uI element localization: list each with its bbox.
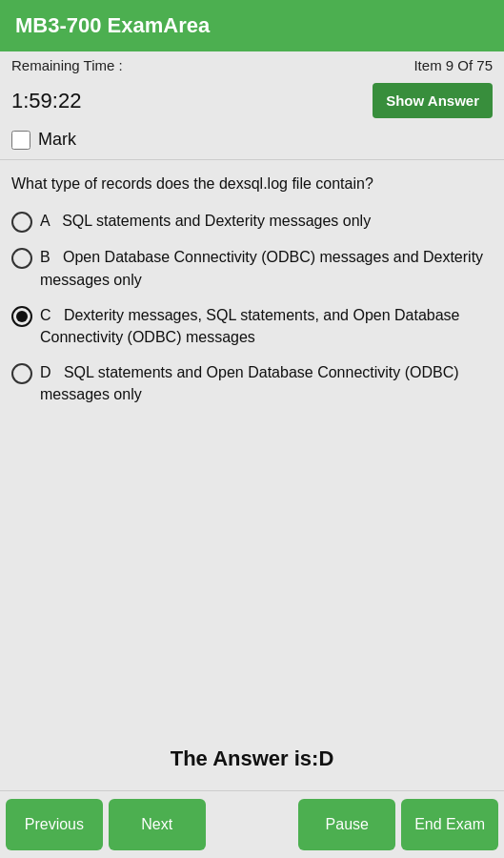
answer-area: The Answer is:D <box>0 727 504 790</box>
option-text-a: A SQL statements and Dexterity messages … <box>40 210 371 232</box>
end-exam-button[interactable]: End Exam <box>401 799 498 850</box>
remaining-label: Remaining Time : <box>11 57 123 73</box>
header: MB3-700 ExamArea <box>0 0 504 51</box>
option-row-a[interactable]: A SQL statements and Dexterity messages … <box>11 210 493 233</box>
footer: Previous Next Pause End Exam <box>0 790 504 858</box>
option-text-b: B Open Database Connectivity (ODBC) mess… <box>40 246 493 290</box>
footer-spacer <box>212 799 293 850</box>
option-text-c: C Dexterity messages, SQL statements, an… <box>40 304 493 348</box>
timer-row: 1:59:22 Show Answer <box>0 79 504 126</box>
radio-c[interactable] <box>11 306 32 327</box>
options-container: A SQL statements and Dexterity messages … <box>11 210 493 405</box>
radio-d[interactable] <box>11 363 32 384</box>
radio-a[interactable] <box>11 212 32 233</box>
item-count: Item 9 Of 75 <box>413 57 493 73</box>
pause-button[interactable]: Pause <box>298 799 395 850</box>
previous-button[interactable]: Previous <box>6 799 103 850</box>
content-area: What type of records does the dexsql.log… <box>0 160 504 727</box>
answer-text: The Answer is:D <box>171 746 334 770</box>
next-button[interactable]: Next <box>109 799 206 850</box>
option-row-d[interactable]: D SQL statements and Open Database Conne… <box>11 361 493 405</box>
option-row-b[interactable]: B Open Database Connectivity (ODBC) mess… <box>11 246 493 290</box>
timer-display: 1:59:22 <box>11 89 81 113</box>
mark-checkbox[interactable] <box>11 131 30 150</box>
option-text-d: D SQL statements and Open Database Conne… <box>40 361 493 405</box>
question-text: What type of records does the dexsql.log… <box>11 174 493 194</box>
radio-b[interactable] <box>11 248 32 269</box>
meta-row: Remaining Time : Item 9 Of 75 <box>0 51 504 79</box>
mark-label[interactable]: Mark <box>38 130 76 150</box>
app-title: MB3-700 ExamArea <box>15 13 489 38</box>
mark-row: Mark <box>0 126 504 159</box>
show-answer-button[interactable]: Show Answer <box>373 83 493 118</box>
option-row-c[interactable]: C Dexterity messages, SQL statements, an… <box>11 304 493 348</box>
